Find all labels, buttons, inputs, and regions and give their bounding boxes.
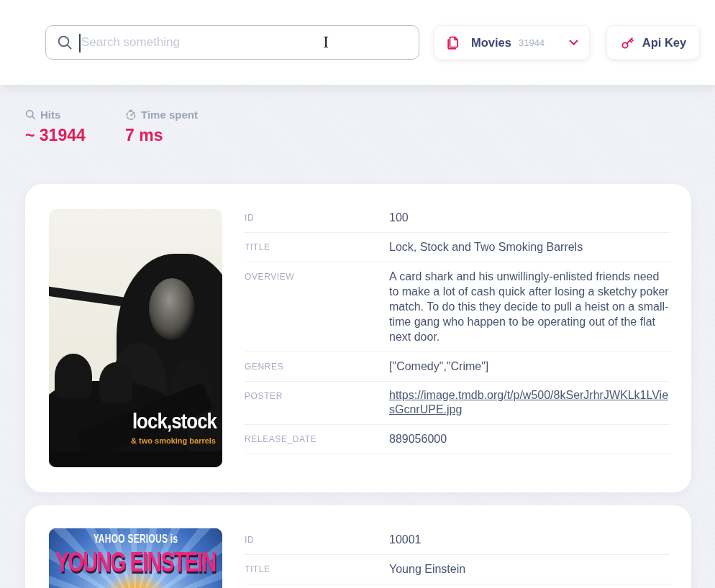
field-row-overview: OVERVIEW A card shark and his unwillingl… — [245, 262, 670, 352]
hits-stat: Hits ~ 31944 — [25, 109, 86, 145]
field-label: GENRES — [245, 359, 389, 372]
mouse-ibeam-cursor: I — [323, 34, 329, 51]
poster-title-text: lock,stock — [132, 409, 217, 434]
movie-poster-image: lock,stock & two smoking barrels — [49, 209, 222, 467]
poster-title-text: YOUNG EINSTEIN — [50, 546, 220, 579]
documents-icon — [445, 35, 461, 51]
field-label: ID — [245, 532, 389, 545]
poster-url-link[interactable]: https://image.tmdb.org/t/p/w500/8kSerJrh… — [389, 388, 670, 417]
field-label: RELEASE_DATE — [245, 431, 389, 444]
chevron-down-icon — [569, 40, 578, 46]
field-row-overview: OVERVIEW Albert Einstein is the son of a… — [245, 584, 670, 588]
movie-poster-image: YAHOO SERIOUS is YOUNG EINSTEIN — [49, 528, 222, 588]
text-caret — [79, 34, 81, 52]
index-doc-count: 31944 — [519, 37, 545, 48]
field-value: Lock, Stock and Two Smoking Barrels — [389, 239, 670, 254]
field-row-id: ID 10001 — [245, 525, 670, 555]
document-fields: ID 10001 TITLE Young Einstein OVERVIEW A… — [245, 525, 670, 588]
field-value: ["Comedy","Crime"] — [389, 359, 670, 374]
field-value: 10001 — [389, 532, 670, 547]
time-spent-label: Time spent — [141, 109, 198, 121]
field-value: 100 — [389, 210, 670, 225]
api-key-label: Api Key — [642, 36, 686, 50]
field-label: ID — [245, 210, 389, 223]
field-value: A card shark and his unwillingly-enliste… — [389, 269, 670, 344]
field-label: TITLE — [245, 561, 389, 574]
field-row-title: TITLE Lock, Stock and Two Smoking Barrel… — [245, 233, 670, 262]
search-box[interactable] — [45, 25, 419, 60]
stopwatch-icon — [125, 109, 137, 121]
document-fields: ID 100 TITLE Lock, Stock and Two Smoking… — [245, 203, 670, 454]
time-spent-stat: Time spent 7 ms — [125, 109, 198, 145]
field-row-poster: POSTER https://image.tmdb.org/t/p/w500/8… — [245, 382, 670, 425]
field-value: https://image.tmdb.org/t/p/w500/8kSerJrh… — [389, 388, 670, 417]
poster-billing-text: YAHOO SERIOUS is — [56, 532, 216, 546]
search-input[interactable] — [80, 35, 411, 50]
hits-label: Hits — [40, 109, 60, 121]
field-value: 889056000 — [389, 431, 670, 446]
result-card: lock,stock & two smoking barrels ID 100 … — [25, 184, 691, 492]
search-icon — [57, 35, 73, 51]
top-header: Movies 31944 Api Key — [0, 0, 715, 85]
field-label: POSTER — [245, 388, 389, 401]
api-key-button[interactable]: Api Key — [606, 25, 700, 60]
search-icon — [25, 109, 36, 120]
field-row-id: ID 100 — [245, 203, 670, 233]
index-name: Movies — [471, 36, 511, 50]
field-row-title: TITLE Young Einstein — [245, 555, 670, 584]
poster-subtitle-text: & two smoking barrels — [131, 436, 216, 445]
result-card: YAHOO SERIOUS is YOUNG EINSTEIN ID 10001… — [25, 505, 691, 588]
hits-value: ~ 31944 — [25, 126, 86, 145]
field-row-genres: GENRES ["Comedy","Crime"] — [245, 352, 670, 382]
field-value: Young Einstein — [389, 561, 670, 576]
field-label: TITLE — [245, 239, 389, 252]
field-label: OVERVIEW — [245, 269, 389, 282]
key-icon — [620, 35, 635, 50]
field-row-release-date: RELEASE_DATE 889056000 — [245, 425, 670, 454]
time-spent-value: 7 ms — [125, 126, 198, 145]
index-select-dropdown[interactable]: Movies 31944 — [434, 25, 590, 60]
